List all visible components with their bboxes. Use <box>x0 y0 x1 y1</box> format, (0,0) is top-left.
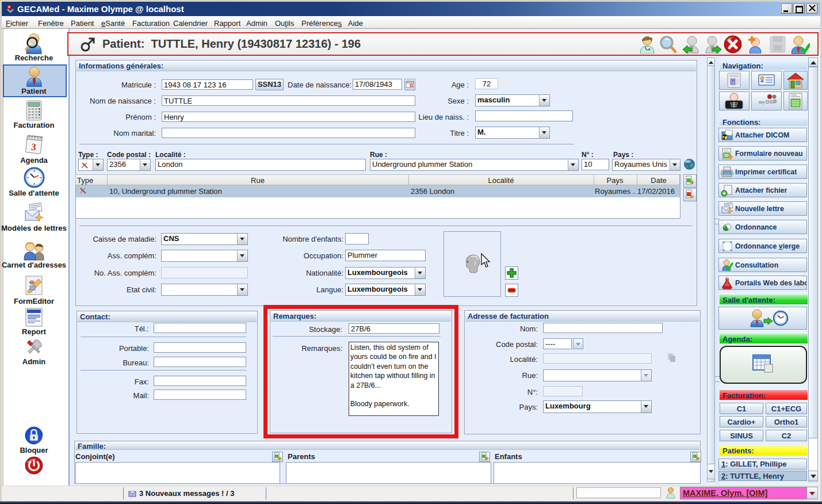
svg-text:my: my <box>759 99 766 105</box>
